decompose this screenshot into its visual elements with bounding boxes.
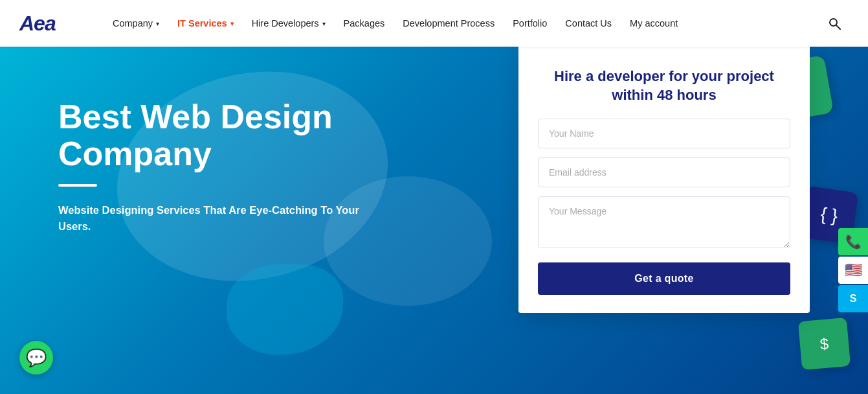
nav-item-packages[interactable]: Packages [335, 0, 394, 47]
navbar: Aea Company ▾ IT Services ▾ Hire Develop… [0, 0, 868, 47]
hero-subtitle: Website Designing Services That Are Eye-… [58, 202, 369, 235]
hero-section: W { } $ Best Web Design Company Website … [0, 47, 868, 394]
chevron-down-icon: ▾ [322, 20, 326, 27]
nav-item-development-process[interactable]: Development Process [394, 0, 504, 47]
message-input[interactable] [538, 196, 790, 248]
nav-item-portfolio[interactable]: Portfolio [504, 0, 556, 47]
search-button[interactable] [820, 0, 849, 47]
skype-badge[interactable]: S [838, 285, 868, 312]
email-input[interactable] [538, 157, 790, 187]
nav-item-hire-developers[interactable]: Hire Developers ▾ [243, 0, 335, 47]
shop-cube-icon: $ [798, 318, 851, 370]
form-title: Hire a developer for your project within… [538, 67, 790, 104]
nav-item-my-account[interactable]: My account [621, 0, 687, 47]
nav-item-company[interactable]: Company ▾ [104, 0, 168, 47]
hero-divider [58, 184, 97, 187]
nav-item-it-services[interactable]: IT Services ▾ [168, 0, 243, 47]
side-badges: 📞 🇺🇸 S [838, 228, 868, 312]
name-input[interactable] [538, 119, 790, 148]
search-icon [828, 17, 841, 30]
chevron-down-icon: ▾ [156, 20, 159, 27]
chevron-down-icon: ▾ [230, 20, 234, 27]
hero-text-block: Best Web Design Company Website Designin… [58, 98, 447, 235]
hire-developer-form: Hire a developer for your project within… [518, 47, 810, 313]
whatsapp-button[interactable]: 💬 [19, 341, 53, 375]
nav-links: Company ▾ IT Services ▾ Hire Developers … [104, 0, 820, 47]
us-flag-icon: 🇺🇸 [845, 262, 862, 279]
flag-badge[interactable]: 🇺🇸 [838, 257, 868, 284]
nav-item-contact-us[interactable]: Contact Us [556, 0, 621, 47]
hero-title: Best Web Design Company [58, 98, 447, 172]
skype-icon: S [850, 293, 857, 305]
logo[interactable]: Aea [19, 12, 78, 36]
whatsapp-icon: 💬 [26, 348, 47, 368]
get-quote-button[interactable]: Get a quote [538, 262, 790, 295]
phone-icon: 📞 [845, 234, 862, 249]
blob-decoration-3 [227, 264, 343, 355]
phone-badge[interactable]: 📞 [838, 228, 868, 255]
svg-line-1 [836, 25, 840, 29]
